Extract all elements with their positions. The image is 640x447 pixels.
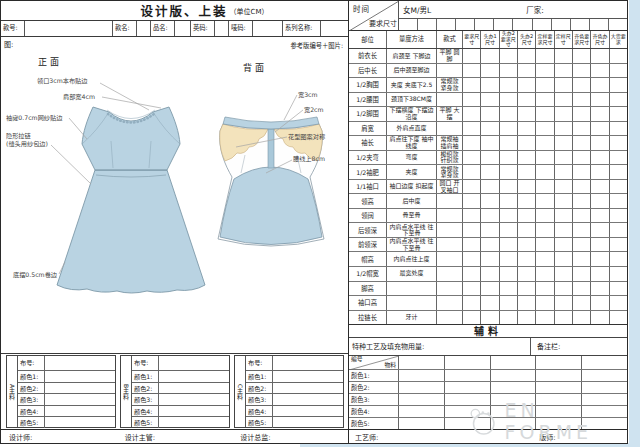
empty-cell (463, 282, 481, 296)
empty-cell (610, 223, 627, 237)
empty-cell (573, 151, 591, 165)
header-measure-col: 齐色办尺寸 (591, 31, 609, 48)
empty-cell (555, 64, 573, 78)
empty-cell (463, 64, 481, 78)
annotation-zipper-seam: (缝头用纱包边) (6, 140, 48, 147)
empty-cell (591, 238, 609, 252)
empty-cell (610, 64, 627, 78)
cell-part: 1/2夹弯 (349, 151, 387, 165)
fabric-row-label: 布号: (132, 356, 159, 370)
empty-cell (573, 194, 591, 208)
empty-cell (591, 93, 609, 107)
cell-part: 袖长 (349, 136, 387, 150)
empty-cell (591, 122, 609, 136)
empty-cell (500, 151, 518, 165)
empty-cell (555, 282, 573, 296)
trim-color-row: 颜色1: (349, 370, 627, 382)
cell-style (437, 252, 463, 266)
empty-cell (555, 165, 573, 179)
cell-style (437, 93, 463, 107)
fabric-group-name: B主料 (121, 356, 132, 427)
signature-technician: 工艺师: (349, 432, 378, 442)
annotation-neck-facing: 领口3cm本布贴边 (37, 77, 88, 84)
empty-cell (610, 194, 627, 208)
spec-row: 领高 后中度 (349, 194, 627, 209)
empty-cell (418, 19, 437, 30)
empty-cell (445, 370, 491, 381)
empty-cell (536, 267, 554, 281)
unit-note: （单位CM） (230, 6, 269, 16)
value-series-name (321, 21, 348, 36)
empty-cell (555, 311, 573, 325)
empty-cell (536, 252, 554, 266)
scan-margin-right (629, 0, 640, 447)
fabric-group: A主料 布号: 颜色1: 颜色2: 颜色3: 颜色4: 颜色5: (6, 355, 116, 428)
spec-row: 袖长 肩点往下度 袖中线度 常规袖 插肩袖 (349, 136, 627, 151)
cell-style (437, 238, 463, 252)
empty-cell (573, 136, 591, 150)
empty-cell (399, 394, 445, 405)
trims-title: 辅料 (349, 324, 627, 338)
empty-cell (533, 19, 552, 30)
cell-method (387, 282, 437, 296)
empty-cell (573, 165, 591, 179)
empty-cell (463, 252, 481, 266)
spec-row: 1/2胸围 夹度 夹底下2.5 常规款 紧身款 (349, 78, 627, 93)
spec-row: 1/2帽宽 最宽处度 (349, 267, 627, 282)
fabric-row-value (159, 394, 229, 405)
cell-part: 1/2腰围 (349, 93, 387, 107)
cell-part: 拉链长 (349, 311, 387, 325)
empty-cell (500, 49, 518, 63)
empty-cell (481, 165, 499, 179)
page-title: 设计版、上装 (141, 1, 228, 20)
cell-part: 后中长 (349, 64, 387, 78)
annotation-pattern-symmetry: 花型图案对称 (288, 133, 325, 140)
cell-method: 颈顶下38CM度 (387, 93, 437, 107)
trim-color-label: 颜色3: (349, 394, 399, 405)
annotation-shoulder-width: 肩部宽4cm (63, 93, 95, 100)
special-process-label: 特种工艺及填充物用量: (349, 338, 531, 355)
empty-cell (481, 78, 499, 92)
empty-cell (610, 238, 627, 252)
empty-cell (481, 296, 499, 310)
empty-cell (399, 370, 445, 381)
factory-label: 厂家: (526, 4, 544, 15)
empty-cell (518, 93, 536, 107)
cell-method: 内肩点往上度 (387, 252, 437, 266)
fabric-row-value (273, 383, 343, 394)
empty-cell (555, 209, 573, 223)
fabric-group: C主料 布号: 颜色1: 颜色2: 颜色3: 颜色4: 颜色5: (234, 355, 344, 428)
drawing-area: 图: 参考版编号＋图片: 正面 背面 (1, 37, 348, 354)
empty-cell (491, 418, 537, 429)
empty-cell (536, 151, 554, 165)
dress-technical-drawing (1, 37, 349, 357)
fabric-row-label: 颜色3: (18, 394, 45, 405)
empty-cell (536, 107, 554, 121)
spec-header-row: 部位 量度方法 款式 要求尺寸 头办1尺寸 头办2要求尺寸 头办2尺寸 定样要求… (349, 31, 627, 49)
empty-cell (518, 136, 536, 150)
empty-cell (571, 19, 590, 30)
cell-style: 梭织款 针织款 (437, 151, 463, 165)
label-style-name: 款名: (113, 21, 137, 36)
spec-row: 领阔 骨至骨 (349, 209, 627, 224)
fabric-row-value (45, 406, 115, 417)
empty-cell (610, 49, 627, 63)
fabric-row-label: 颜色1: (18, 371, 45, 382)
empty-cell (481, 151, 499, 165)
empty-cell (518, 165, 536, 179)
empty-cell (536, 78, 554, 92)
cell-method: 牙计 (387, 311, 437, 325)
empty-cell (555, 78, 573, 92)
empty-cell (573, 267, 591, 281)
trim-color-label: 颜色5: (349, 418, 399, 429)
signature-pattern-maker: 版师: (533, 432, 555, 442)
cell-method: 内肩点水平线 往下至骨 (387, 238, 437, 252)
cell-part: 1/2脚围 (349, 107, 387, 121)
empty-cell (463, 78, 481, 92)
corner-time-label: 时间 (353, 3, 370, 14)
empty-cell (463, 122, 481, 136)
empty-cell (518, 238, 536, 252)
empty-cell (399, 382, 445, 393)
empty-cell (500, 209, 518, 223)
trim-color-row: 颜色2: (349, 382, 627, 394)
